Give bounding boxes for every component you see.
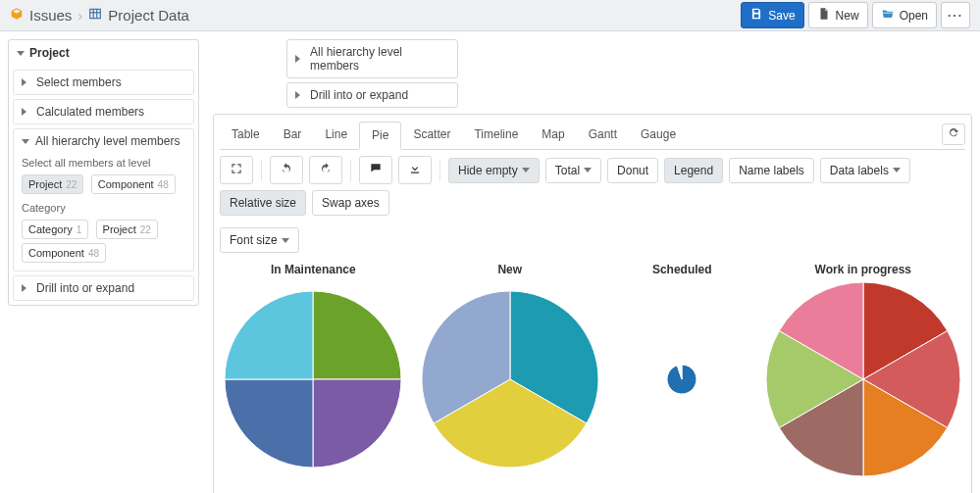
tab-scatter[interactable]: Scatter: [401, 122, 462, 149]
new-button[interactable]: New: [808, 2, 868, 28]
undo-button[interactable]: [270, 156, 303, 184]
section-select-members[interactable]: Select members: [13, 70, 194, 95]
caret-right-icon: [295, 55, 304, 63]
donut-button[interactable]: Donut: [607, 158, 658, 183]
tab-pie[interactable]: Pie: [359, 122, 401, 150]
breadcrumb-root[interactable]: Issues: [29, 7, 72, 24]
tag-project2[interactable]: Project 22: [96, 220, 158, 239]
refresh-button[interactable]: [942, 123, 965, 145]
btn-label: Hide empty: [458, 164, 518, 177]
total-button[interactable]: Total: [545, 158, 601, 183]
btn-label: Font size: [230, 233, 278, 247]
legend-button[interactable]: Legend: [664, 158, 723, 183]
section-label: Calculated members: [36, 105, 144, 119]
relative-size-button[interactable]: Relative size: [220, 190, 306, 216]
more-button[interactable]: ···: [941, 2, 970, 28]
mini-label: All hierarchy level members: [310, 45, 449, 73]
data-labels-button[interactable]: Data labels: [820, 158, 910, 183]
tab-timeline[interactable]: Timeline: [462, 122, 530, 149]
open-button[interactable]: Open: [872, 2, 937, 28]
svg-rect-0: [90, 9, 101, 18]
tag-project[interactable]: Project 22: [22, 174, 83, 194]
tag-label: Project: [28, 178, 62, 190]
tag-component[interactable]: Component 48: [91, 174, 176, 194]
tab-gauge[interactable]: Gauge: [629, 122, 688, 149]
tag-label: Category: [28, 223, 73, 235]
caret-down-icon: [22, 139, 29, 144]
save-icon: [749, 7, 763, 24]
chart-title: Work in progress: [766, 263, 960, 276]
caret-right-icon: [22, 284, 30, 292]
pie-chart: Work in progress: [766, 263, 960, 476]
tag-count: 22: [66, 179, 77, 190]
tag-count: 1: [77, 224, 82, 235]
chart-title: In Maintenance: [225, 263, 401, 276]
mini-label: Drill into or expand: [310, 88, 408, 102]
section-label: All hierarchy level members: [35, 134, 180, 148]
hide-empty-button[interactable]: Hide empty: [448, 158, 540, 183]
btn-label: Total: [555, 164, 580, 177]
caret-down-icon: [584, 168, 592, 173]
name-labels-button[interactable]: Name labels: [729, 158, 814, 183]
swap-axes-button[interactable]: Swap axes: [312, 190, 389, 216]
chart-title: New: [422, 263, 598, 276]
tag-label: Project: [103, 223, 136, 235]
tag-label: Component: [98, 178, 154, 190]
separator: [261, 160, 262, 181]
tag-category[interactable]: Category 1: [22, 220, 88, 239]
refresh-icon: [947, 125, 960, 142]
tab-table[interactable]: Table: [220, 122, 272, 149]
mini-all-levels[interactable]: All hierarchy level members: [286, 39, 458, 78]
sidebar: Project Select members Calculated member…: [8, 39, 199, 493]
section-drill[interactable]: Drill into or expand: [13, 275, 194, 301]
save-button[interactable]: Save: [741, 2, 803, 28]
file-icon: [817, 7, 831, 24]
comment-icon: [369, 162, 383, 178]
open-label: Open: [900, 9, 928, 23]
btn-label: Name labels: [739, 164, 804, 177]
mini-drill[interactable]: Drill into or expand: [286, 82, 458, 108]
caret-down-icon: [893, 168, 901, 173]
btn-label: Donut: [617, 164, 648, 177]
save-label: Save: [768, 9, 795, 23]
undo-icon: [280, 162, 293, 178]
tag-count: 22: [140, 224, 151, 235]
chart-type-tabs: Table Bar Line Pie Scatter Timeline Map …: [220, 121, 965, 150]
section-calc-members[interactable]: Calculated members: [13, 99, 194, 124]
sidebar-panel-project: Project Select members Calculated member…: [8, 39, 199, 306]
folder-open-icon: [881, 7, 895, 24]
font-size-button[interactable]: Font size: [220, 227, 299, 253]
chart-grid: In Maintenance New Scheduled Work in pro…: [220, 263, 965, 476]
download-button[interactable]: [398, 156, 432, 184]
main: All hierarchy level members Drill into o…: [213, 39, 972, 493]
tab-bar[interactable]: Bar: [272, 122, 314, 149]
btn-label: Data labels: [830, 164, 889, 177]
breadcrumb-sep: ›: [77, 7, 82, 24]
breadcrumb: Issues › Project Data: [10, 7, 189, 24]
pie-chart: In Maintenance: [225, 263, 401, 476]
btn-label: Legend: [674, 164, 713, 177]
fullscreen-button[interactable]: [220, 156, 253, 184]
new-label: New: [836, 9, 859, 23]
section-all-levels-header[interactable]: All hierarchy level members: [14, 129, 193, 153]
caret-right-icon: [22, 108, 30, 116]
content: Project Select members Calculated member…: [0, 31, 980, 493]
btn-label: Swap axes: [322, 196, 380, 210]
tag-component2[interactable]: Component 48: [22, 243, 106, 263]
redo-button[interactable]: [309, 156, 342, 184]
tag-label: Component: [28, 247, 84, 259]
fullscreen-icon: [230, 162, 243, 178]
tag-count: 48: [158, 179, 169, 190]
tab-map[interactable]: Map: [530, 122, 576, 149]
panel-title: Project: [29, 46, 70, 60]
comment-button[interactable]: [359, 156, 392, 184]
table-icon: [88, 7, 102, 24]
tab-gantt[interactable]: Gantt: [577, 122, 629, 149]
cube-icon: [10, 7, 24, 24]
download-icon: [408, 162, 422, 178]
panel-header-project[interactable]: Project: [9, 40, 198, 66]
note-select-level: Select all members at level: [22, 157, 185, 169]
topbar-actions: Save New Open ···: [741, 2, 970, 28]
redo-icon: [319, 162, 333, 178]
tab-line[interactable]: Line: [313, 122, 359, 149]
